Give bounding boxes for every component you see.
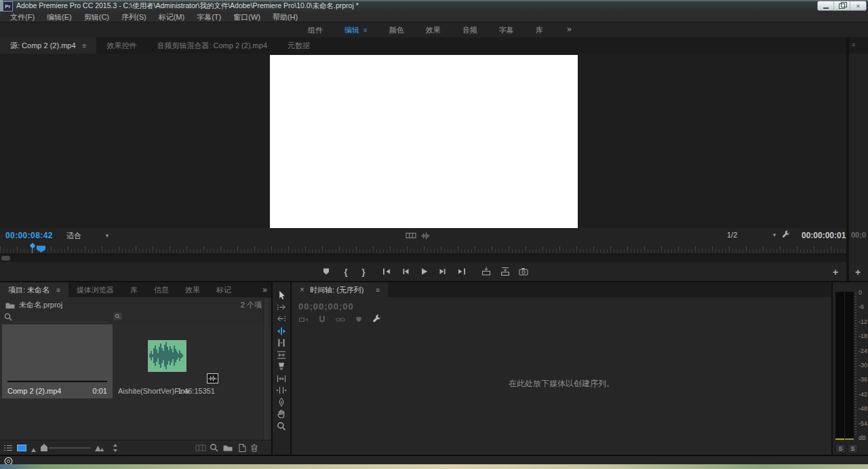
sort-icons-button[interactable] [110, 443, 121, 453]
close-icon[interactable]: × [300, 285, 304, 295]
menu-help[interactable]: 帮助(H) [267, 12, 304, 22]
zoom-out-thumbnails-icon[interactable] [30, 444, 37, 453]
workspace-editing[interactable]: 编辑≡ [334, 25, 378, 35]
solo-left-button[interactable]: S [835, 444, 846, 453]
insert-button[interactable] [480, 265, 492, 278]
slider-thumb[interactable] [41, 444, 47, 451]
search-bin-icon[interactable] [113, 312, 123, 321]
solo-right-button[interactable]: S [848, 444, 858, 453]
rolling-edit-tool[interactable] [276, 337, 288, 348]
panel-menu-icon[interactable]: ≡ [83, 42, 87, 50]
ripple-edit-tool[interactable] [276, 326, 288, 337]
menu-window[interactable]: 窗口(W) [227, 12, 267, 22]
add-marker-icon[interactable] [353, 314, 364, 325]
step-forward-button[interactable] [437, 265, 449, 278]
icon-view-button[interactable] [16, 443, 27, 453]
workspace-libraries[interactable]: 库 [525, 25, 554, 35]
workspace-color[interactable]: 颜色 [378, 25, 415, 35]
linked-selection-icon[interactable] [335, 314, 346, 325]
new-bin-button[interactable] [222, 443, 233, 453]
snap-magnet-icon[interactable] [317, 314, 328, 325]
panel-menu-icon[interactable]: ≡ [56, 286, 60, 294]
panel-menu-icon[interactable]: ≡ [376, 286, 380, 294]
audio-waveform-thumbnail[interactable] [148, 340, 186, 372]
delete-button[interactable] [249, 443, 260, 453]
export-frame-button[interactable] [517, 265, 530, 278]
workspace-overflow-chevron[interactable]: » [567, 24, 572, 34]
workspace-effects[interactable]: 效果 [415, 25, 452, 35]
source-mini-timeline[interactable] [0, 243, 846, 254]
playhead-line[interactable] [32, 243, 33, 253]
new-item-button[interactable] [237, 443, 248, 453]
workspace-audio[interactable]: 音频 [452, 25, 488, 35]
tab-markers[interactable]: 标记 [208, 282, 239, 297]
timeline-timecode[interactable]: 00;00;00;00 [298, 301, 354, 312]
workspace-menu-icon[interactable]: ≡ [363, 26, 368, 34]
scrollbar-thumb[interactable] [1, 256, 10, 261]
go-to-out-button[interactable] [456, 265, 468, 278]
restore-button[interactable] [833, 1, 850, 10]
tab-info[interactable]: 信息 [146, 282, 177, 297]
settings-wrench-icon[interactable] [781, 230, 791, 240]
tab-media-browser[interactable]: 媒体浏览器 [68, 282, 122, 297]
program-button-editor-plus[interactable]: + [855, 267, 861, 278]
zoom-in-thumbnails-icon[interactable] [94, 443, 105, 453]
close-button[interactable]: × [850, 1, 866, 10]
thumbnail-scrubber[interactable] [7, 381, 107, 382]
menu-marker[interactable]: 标记(M) [153, 12, 191, 22]
project-item-audio[interactable]: Aishite(ShortVer)Fina... 1:46:15351 [114, 324, 224, 398]
find-button[interactable] [209, 443, 220, 453]
timeline-settings-wrench-icon[interactable] [372, 314, 382, 325]
mark-in-button[interactable]: { [340, 265, 352, 278]
tab-project[interactable]: 项目: 未命名≡ [0, 282, 68, 297]
search-input[interactable] [14, 312, 108, 322]
rate-stretch-tool[interactable] [276, 350, 288, 360]
source-timecode[interactable]: 00:00:08:42 [5, 231, 53, 240]
scale-label: -36 [859, 376, 867, 383]
menu-sequence[interactable]: 序列(S) [115, 12, 153, 22]
play-button[interactable] [418, 265, 430, 278]
menu-edit[interactable]: 编辑(E) [41, 12, 78, 22]
zoom-fit-dropdown[interactable]: 适合▼ [66, 231, 110, 241]
track-select-forward-tool[interactable] [276, 302, 288, 313]
workspace-titles[interactable]: 字幕 [488, 25, 525, 35]
tab-libraries[interactable]: 库 [122, 282, 146, 297]
track-select-backward-tool[interactable] [276, 314, 288, 324]
drag-video-icon[interactable] [406, 231, 416, 240]
insert-nest-icon[interactable] [298, 314, 309, 325]
tab-metadata[interactable]: 元数据 [277, 37, 320, 54]
tab-source-monitor[interactable]: 源: Comp 2 (2).mp4≡ [0, 37, 96, 54]
project-scrollbar[interactable] [263, 299, 269, 440]
tab-timeline[interactable]: × 时间轴: (无序列) ≡ [292, 282, 388, 297]
list-view-button[interactable] [3, 443, 14, 453]
tab-audio-clip-mixer[interactable]: 音频剪辑混合器: Comp 2 (2).mp4 [146, 37, 277, 54]
overwrite-button[interactable] [499, 265, 511, 278]
pen-tool[interactable] [276, 397, 288, 408]
hand-tool[interactable] [276, 409, 288, 419]
drag-audio-icon[interactable] [420, 231, 431, 240]
workspace-assembly[interactable]: 组件 [297, 25, 334, 35]
button-editor-plus[interactable]: + [833, 267, 838, 278]
bin-name[interactable]: 未命名.prproj [19, 300, 62, 310]
add-marker-button[interactable] [320, 265, 332, 278]
menu-file[interactable]: 文件(F) [4, 12, 41, 22]
menu-title[interactable]: 字幕(T) [191, 12, 227, 22]
menu-clip[interactable]: 剪辑(C) [78, 12, 115, 22]
razor-tool[interactable] [276, 361, 288, 372]
zoom-tool[interactable] [276, 421, 288, 432]
slide-tool[interactable] [276, 385, 288, 396]
automate-to-sequence-icon[interactable] [195, 443, 206, 453]
program-tab-stub[interactable]: ≡ [849, 37, 868, 54]
tab-effect-controls[interactable]: 效果控件 [96, 37, 146, 54]
minimize-button[interactable] [818, 1, 833, 10]
tab-effects[interactable]: 效果 [177, 282, 208, 297]
selection-tool[interactable] [276, 290, 288, 301]
go-to-in-button[interactable] [380, 265, 393, 278]
project-item-video[interactable]: Comp 2 (2).mp4 0:01 [2, 324, 113, 398]
step-back-button[interactable] [399, 265, 412, 278]
slip-tool[interactable] [276, 373, 288, 384]
project-overflow-chevron[interactable]: » [262, 285, 267, 295]
mark-out-button[interactable]: } [357, 265, 370, 278]
thumbnail-size-slider[interactable] [49, 447, 91, 449]
playback-resolution-dropdown[interactable]: 1/2▼ [727, 231, 777, 239]
